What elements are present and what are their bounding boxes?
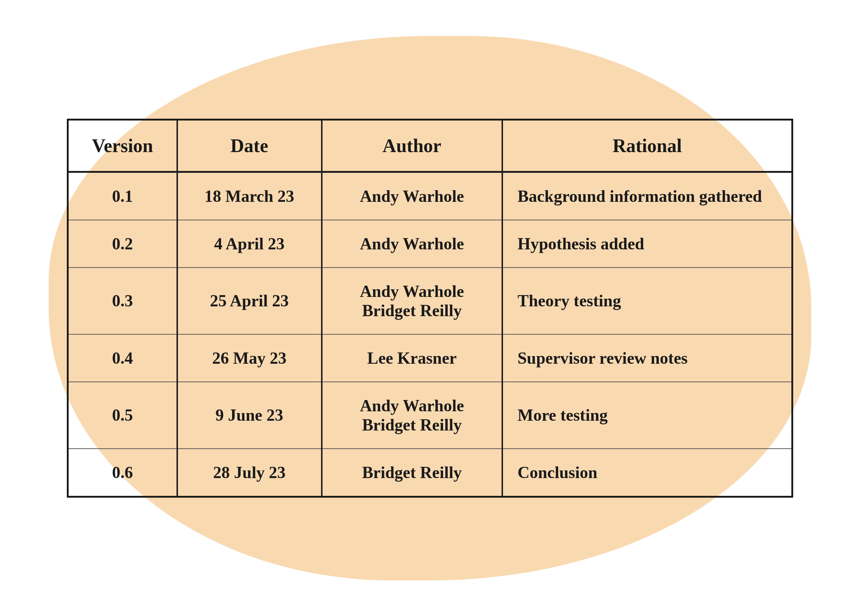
cell-author-3: Andy Warhole Bridget Reilly <box>322 268 503 334</box>
cell-author-5-line1: Andy Warhole <box>360 397 464 415</box>
cell-date-5: 9 June 23 <box>177 382 322 449</box>
header-rational: Rational <box>502 121 791 172</box>
cell-rational-4: Supervisor review notes <box>502 334 791 382</box>
cell-date-2: 4 April 23 <box>177 220 322 268</box>
cell-rational-5: More testing <box>502 382 791 449</box>
header-author: Author <box>322 121 503 172</box>
cell-version-3: 0.3 <box>69 268 177 334</box>
table-header-row: Version Date Author Rational <box>69 121 791 172</box>
table-row: 0.6 28 July 23 Bridget Reilly Conclusion <box>69 449 791 496</box>
cell-author-4: Lee Krasner <box>322 334 503 382</box>
cell-version-4: 0.4 <box>69 334 177 382</box>
table-row: 0.5 9 June 23 Andy Warhole Bridget Reill… <box>69 382 791 449</box>
cell-rational-3: Theory testing <box>502 268 791 334</box>
header-date: Date <box>177 121 322 172</box>
cell-author-3-line2: Bridget Reilly <box>362 301 462 320</box>
header-version: Version <box>69 121 177 172</box>
cell-version-1: 0.1 <box>69 172 177 220</box>
cell-date-6: 28 July 23 <box>177 449 322 496</box>
version-table: Version Date Author Rational 0.1 18 Marc… <box>69 121 791 496</box>
cell-author-6: Bridget Reilly <box>322 449 503 496</box>
page-container: Version Date Author Rational 0.1 18 Marc… <box>0 0 860 616</box>
cell-date-4: 26 May 23 <box>177 334 322 382</box>
cell-author-1: Andy Warhole <box>322 172 503 220</box>
cell-author-5: Andy Warhole Bridget Reilly <box>322 382 503 449</box>
cell-rational-6: Conclusion <box>502 449 791 496</box>
cell-author-5-line2: Bridget Reilly <box>362 415 462 434</box>
cell-author-3-line1: Andy Warhole <box>360 282 464 301</box>
cell-rational-2: Hypothesis added <box>502 220 791 268</box>
cell-rational-1: Background information gathered <box>502 172 791 220</box>
table-row: 0.1 18 March 23 Andy Warhole Background … <box>69 172 791 220</box>
table-row: 0.3 25 April 23 Andy Warhole Bridget Rei… <box>69 268 791 334</box>
cell-version-5: 0.5 <box>69 382 177 449</box>
cell-date-3: 25 April 23 <box>177 268 322 334</box>
cell-author-2: Andy Warhole <box>322 220 503 268</box>
cell-version-6: 0.6 <box>69 449 177 496</box>
cell-version-2: 0.2 <box>69 220 177 268</box>
table-row: 0.2 4 April 23 Andy Warhole Hypothesis a… <box>69 220 791 268</box>
table-row: 0.4 26 May 23 Lee Krasner Supervisor rev… <box>69 334 791 382</box>
cell-date-1: 18 March 23 <box>177 172 322 220</box>
table-wrapper: Version Date Author Rational 0.1 18 Marc… <box>67 119 793 498</box>
